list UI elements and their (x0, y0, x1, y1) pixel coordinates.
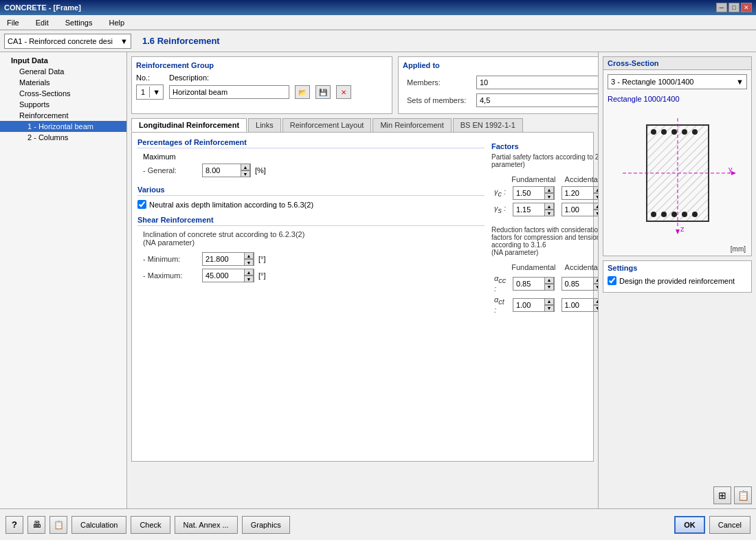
help-btn[interactable]: ? (5, 516, 23, 534)
gc-accidental-spinner[interactable]: ▲▼ (562, 186, 599, 200)
act-accidental-spinner[interactable]: ▲▼ (562, 298, 599, 312)
act-accidental-down[interactable]: ▼ (593, 305, 599, 312)
sidebar-item-cross-sections[interactable]: Cross-Sections (0, 88, 126, 99)
shear-max-up-btn[interactable]: ▲ (244, 269, 254, 275)
general-spinner[interactable]: ▲ ▼ (202, 164, 251, 177)
menu-edit[interactable]: Edit (32, 17, 53, 28)
case-dropdown[interactable]: CA1 - Reinforced concrete desi ▼ (4, 34, 131, 49)
general-up-btn[interactable]: ▲ (241, 164, 250, 170)
nat-annex-button[interactable]: Nat. Annex ... (175, 516, 238, 534)
gs-accidental-input[interactable] (562, 205, 593, 214)
act-accidental-input[interactable] (562, 300, 593, 310)
shear-min-input[interactable] (203, 254, 244, 264)
export-btn[interactable]: 📋 (49, 516, 67, 534)
act-fundamental-input[interactable] (513, 300, 544, 310)
cancel-button[interactable]: Cancel (709, 516, 751, 534)
members-input[interactable] (476, 76, 598, 89)
general-down-btn[interactable]: ▼ (241, 170, 250, 177)
acc-fundamental-input[interactable] (513, 279, 544, 289)
gs-accidental-spinner[interactable]: ▲▼ (562, 203, 599, 216)
general-spinner-btns[interactable]: ▲ ▼ (241, 164, 250, 177)
shear-max-spinner[interactable]: ▲ ▼ (202, 269, 254, 282)
shear-max-row: - Maximum: ▲ ▼ [°] (143, 269, 485, 282)
acc-fundamental-spinner[interactable]: ▲▼ (513, 277, 555, 291)
sidebar-item-horizontal-beam[interactable]: 1 - Horizontal beam (0, 121, 126, 132)
reduction-row-1: αct : ▲▼ (491, 294, 598, 315)
factors-desc: Partial safety factors according to 2.4.… (491, 153, 598, 168)
ok-button[interactable]: OK (674, 516, 705, 534)
shear-max-btns[interactable]: ▲ ▼ (244, 269, 254, 282)
gc-fundamental-input[interactable] (513, 188, 544, 198)
gs-accidental-up[interactable]: ▲ (593, 203, 599, 210)
graphics-button[interactable]: Graphics (242, 516, 290, 534)
gs-fundamental-down[interactable]: ▼ (544, 210, 554, 216)
desc-input[interactable] (169, 85, 289, 99)
act-fundamental-spinner[interactable]: ▲▼ (513, 298, 555, 312)
menu-settings[interactable]: Settings (61, 17, 97, 28)
calculation-button[interactable]: Calculation (71, 516, 126, 534)
delete-icon-btn[interactable]: ✕ (336, 85, 351, 99)
menu-file[interactable]: File (3, 17, 23, 28)
menu-help[interactable]: Help (104, 17, 129, 28)
gc-accidental-input[interactable] (562, 188, 593, 198)
gc-fundamental-down[interactable]: ▼ (544, 193, 554, 200)
shear-min-spinner[interactable]: ▲ ▼ (202, 252, 254, 266)
tab-longitudinal[interactable]: Longitudinal Reinforcement (131, 118, 247, 132)
shear-min-up-btn[interactable]: ▲ (244, 252, 254, 259)
tab-bs-en[interactable]: BS EN 1992-1-1 (453, 118, 523, 132)
act-fundamental-up[interactable]: ▲ (544, 298, 554, 305)
sidebar-item-reinforcement[interactable]: Reinforcement (0, 110, 126, 121)
maximize-button[interactable]: □ (729, 3, 740, 12)
gs-fundamental-up[interactable]: ▲ (544, 203, 554, 210)
shear-max-input[interactable] (203, 271, 244, 280)
acc-accidental-input[interactable] (562, 279, 593, 289)
acc-fundamental-down[interactable]: ▼ (544, 284, 554, 291)
svg-point-6 (692, 129, 698, 135)
general-input[interactable] (203, 166, 241, 175)
gs-accidental-down[interactable]: ▼ (593, 210, 599, 216)
check-button[interactable]: Check (131, 516, 170, 534)
sidebar-item-general-data[interactable]: General Data (0, 66, 126, 77)
right-panel-btn1[interactable]: ⊞ (713, 486, 731, 504)
gs-fundamental-spinner[interactable]: ▲▼ (513, 203, 555, 216)
sidebar-item-columns[interactable]: 2 - Columns (0, 132, 126, 143)
act-fundamental-down[interactable]: ▼ (544, 305, 554, 312)
shear-max-down-btn[interactable]: ▼ (244, 275, 254, 282)
gc-accidental-down[interactable]: ▼ (593, 193, 599, 200)
window-controls[interactable]: ─ □ ✕ (716, 3, 752, 12)
save-icon-btn[interactable]: 💾 (315, 85, 331, 99)
gc-fundamental-spinner[interactable]: ▲▼ (513, 186, 555, 200)
acc-accidental-up[interactable]: ▲ (593, 277, 599, 284)
gs-fundamental-input[interactable] (513, 205, 544, 214)
open-icon-btn[interactable]: 📂 (295, 85, 310, 99)
svg-point-5 (682, 129, 687, 135)
gc-accidental-up[interactable]: ▲ (593, 186, 599, 193)
act-accidental-up[interactable]: ▲ (593, 298, 599, 305)
reinforcement-group-title: Reinforcement Group (136, 61, 388, 69)
sets-input[interactable] (476, 93, 598, 107)
factors-table: Fundamental Accidental Serviceability γc… (491, 174, 598, 218)
acc-accidental-spinner[interactable]: ▲▼ (562, 277, 599, 291)
various-section: Various Neutral axis depth limitation ac… (137, 185, 485, 209)
neutral-axis-checkbox[interactable] (137, 200, 146, 209)
close-button[interactable]: ✕ (741, 3, 752, 12)
shear-min-down-btn[interactable]: ▼ (244, 259, 254, 266)
design-provided-row: Design the provided reinforcement (608, 276, 747, 285)
tab-links[interactable]: Links (248, 118, 281, 132)
shear-min-btns[interactable]: ▲ ▼ (244, 252, 254, 266)
gc-fundamental-up[interactable]: ▲ (544, 186, 554, 193)
minimize-button[interactable]: ─ (716, 3, 727, 12)
acc-accidental-down[interactable]: ▼ (593, 284, 599, 291)
acc-fundamental-up[interactable]: ▲ (544, 277, 554, 284)
tab-layout[interactable]: Reinforcement Layout (282, 118, 372, 132)
sidebar-item-materials[interactable]: Materials (0, 77, 126, 88)
right-panel-btn2[interactable]: 📋 (734, 486, 752, 504)
cs-dropdown[interactable]: 3 - Rectangle 1000/1400 ▼ (608, 74, 747, 89)
print-btn[interactable]: 🖶 (27, 516, 45, 534)
design-provided-checkbox[interactable] (608, 276, 616, 285)
unit-label: [mm] (731, 245, 746, 253)
tab-min-reinforcement[interactable]: Min Reinforcement (373, 118, 451, 132)
svg-point-7 (651, 212, 656, 217)
no-dropdown-btn[interactable]: ▼ (149, 87, 163, 98)
sidebar-item-supports[interactable]: Supports (0, 99, 126, 110)
